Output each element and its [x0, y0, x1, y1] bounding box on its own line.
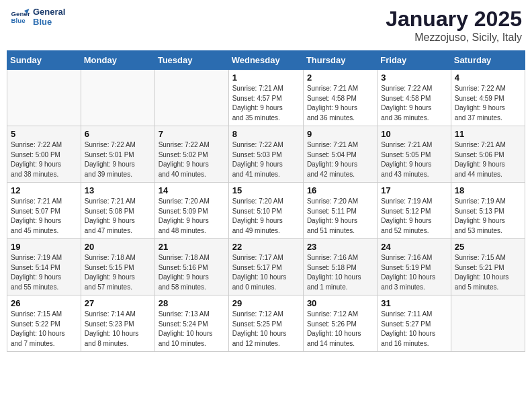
day-info: Sunrise: 7:22 AM Sunset: 4:59 PM Dayligh… [455, 84, 521, 123]
calendar-header-row: SundayMondayTuesdayWednesdayThursdayFrid… [7, 51, 525, 70]
day-info: Sunrise: 7:20 AM Sunset: 5:11 PM Dayligh… [307, 197, 373, 236]
calendar-day-cell: 13Sunrise: 7:21 AM Sunset: 5:08 PM Dayli… [81, 183, 154, 239]
day-of-week-header: Thursday [303, 51, 377, 70]
day-info: Sunrise: 7:15 AM Sunset: 5:22 PM Dayligh… [11, 310, 77, 349]
calendar-day-cell: 6Sunrise: 7:22 AM Sunset: 5:01 PM Daylig… [81, 126, 154, 183]
calendar-week-row: 26Sunrise: 7:15 AM Sunset: 5:22 PM Dayli… [7, 295, 525, 352]
day-info: Sunrise: 7:22 AM Sunset: 5:01 PM Dayligh… [85, 140, 151, 179]
calendar-day-cell: 25Sunrise: 7:15 AM Sunset: 5:21 PM Dayli… [451, 239, 525, 295]
calendar-day-cell: 30Sunrise: 7:12 AM Sunset: 5:26 PM Dayli… [303, 295, 377, 352]
day-number: 27 [85, 298, 151, 308]
calendar-day-cell: 26Sunrise: 7:15 AM Sunset: 5:22 PM Dayli… [7, 295, 81, 352]
day-info: Sunrise: 7:12 AM Sunset: 5:25 PM Dayligh… [232, 310, 300, 349]
calendar-day-cell: 28Sunrise: 7:13 AM Sunset: 5:24 PM Dayli… [154, 295, 228, 352]
day-number: 18 [455, 185, 521, 195]
calendar-day-cell: 18Sunrise: 7:19 AM Sunset: 5:13 PM Dayli… [451, 183, 525, 239]
day-number: 13 [85, 185, 151, 195]
day-number: 26 [11, 298, 77, 308]
day-number: 6 [85, 129, 151, 139]
day-of-week-header: Friday [378, 51, 451, 70]
day-number: 25 [455, 242, 521, 252]
day-of-week-header: Monday [81, 51, 154, 70]
calendar-day-cell: 1Sunrise: 7:21 AM Sunset: 4:57 PM Daylig… [228, 70, 303, 126]
calendar-day-cell: 29Sunrise: 7:12 AM Sunset: 5:25 PM Dayli… [228, 295, 303, 352]
day-number: 10 [381, 129, 447, 139]
day-number: 1 [232, 73, 300, 83]
day-number: 11 [455, 129, 521, 139]
calendar-day-cell: 20Sunrise: 7:18 AM Sunset: 5:15 PM Dayli… [81, 239, 154, 295]
calendar-day-cell: 31Sunrise: 7:11 AM Sunset: 5:27 PM Dayli… [378, 295, 451, 352]
day-of-week-header: Saturday [451, 51, 525, 70]
day-of-week-header: Sunday [7, 51, 81, 70]
calendar-day-cell: 7Sunrise: 7:22 AM Sunset: 5:02 PM Daylig… [154, 126, 228, 183]
day-info: Sunrise: 7:13 AM Sunset: 5:24 PM Dayligh… [159, 310, 225, 349]
page-header: General Blue General Blue January 2025 M… [7, 7, 525, 44]
day-info: Sunrise: 7:21 AM Sunset: 4:57 PM Dayligh… [232, 84, 300, 123]
calendar-day-cell: 16Sunrise: 7:20 AM Sunset: 5:11 PM Dayli… [303, 183, 377, 239]
calendar-week-row: 5Sunrise: 7:22 AM Sunset: 5:00 PM Daylig… [7, 126, 525, 183]
day-number: 3 [381, 73, 447, 83]
day-number: 31 [381, 298, 447, 308]
day-info: Sunrise: 7:20 AM Sunset: 5:09 PM Dayligh… [159, 197, 225, 236]
day-number: 21 [159, 242, 225, 252]
calendar-day-cell: 11Sunrise: 7:21 AM Sunset: 5:06 PM Dayli… [451, 126, 525, 183]
day-info: Sunrise: 7:16 AM Sunset: 5:18 PM Dayligh… [307, 253, 373, 292]
calendar-day-cell: 4Sunrise: 7:22 AM Sunset: 4:59 PM Daylig… [451, 70, 525, 126]
day-info: Sunrise: 7:15 AM Sunset: 5:21 PM Dayligh… [455, 253, 521, 292]
calendar-day-cell: 23Sunrise: 7:16 AM Sunset: 5:18 PM Dayli… [303, 239, 377, 295]
day-info: Sunrise: 7:22 AM Sunset: 5:00 PM Dayligh… [11, 140, 77, 179]
calendar-day-cell: 21Sunrise: 7:18 AM Sunset: 5:16 PM Dayli… [154, 239, 228, 295]
calendar-week-row: 1Sunrise: 7:21 AM Sunset: 4:57 PM Daylig… [7, 70, 525, 126]
day-of-week-header: Wednesday [228, 51, 303, 70]
month-year-title: January 2025 [386, 7, 522, 32]
day-info: Sunrise: 7:21 AM Sunset: 5:08 PM Dayligh… [85, 197, 151, 236]
calendar-day-cell: 5Sunrise: 7:22 AM Sunset: 5:00 PM Daylig… [7, 126, 81, 183]
calendar-day-cell: 10Sunrise: 7:21 AM Sunset: 5:05 PM Dayli… [378, 126, 451, 183]
day-info: Sunrise: 7:21 AM Sunset: 5:04 PM Dayligh… [307, 140, 373, 179]
day-number: 17 [381, 185, 447, 195]
calendar-day-cell: 17Sunrise: 7:19 AM Sunset: 5:12 PM Dayli… [378, 183, 451, 239]
day-of-week-header: Tuesday [154, 51, 228, 70]
logo: General Blue General Blue [10, 7, 65, 27]
day-info: Sunrise: 7:11 AM Sunset: 5:27 PM Dayligh… [381, 310, 447, 349]
day-number: 14 [159, 185, 225, 195]
day-info: Sunrise: 7:21 AM Sunset: 4:58 PM Dayligh… [307, 84, 373, 123]
logo-line1: General [33, 7, 65, 17]
day-number: 15 [232, 185, 300, 195]
day-number: 16 [307, 185, 373, 195]
calendar-day-cell [7, 70, 81, 126]
logo-line2: Blue [33, 17, 65, 27]
day-info: Sunrise: 7:21 AM Sunset: 5:05 PM Dayligh… [381, 140, 447, 179]
day-number: 12 [11, 185, 77, 195]
location-subtitle: Mezzojuso, Sicily, Italy [386, 32, 522, 44]
calendar-day-cell: 12Sunrise: 7:21 AM Sunset: 5:07 PM Dayli… [7, 183, 81, 239]
day-number: 19 [11, 242, 77, 252]
day-info: Sunrise: 7:14 AM Sunset: 5:23 PM Dayligh… [85, 310, 151, 349]
calendar-day-cell: 14Sunrise: 7:20 AM Sunset: 5:09 PM Dayli… [154, 183, 228, 239]
day-info: Sunrise: 7:21 AM Sunset: 5:06 PM Dayligh… [455, 140, 521, 179]
calendar-day-cell: 24Sunrise: 7:16 AM Sunset: 5:19 PM Dayli… [378, 239, 451, 295]
calendar-day-cell: 15Sunrise: 7:20 AM Sunset: 5:10 PM Dayli… [228, 183, 303, 239]
day-number: 30 [307, 298, 373, 308]
calendar-day-cell: 22Sunrise: 7:17 AM Sunset: 5:17 PM Dayli… [228, 239, 303, 295]
day-info: Sunrise: 7:18 AM Sunset: 5:15 PM Dayligh… [85, 253, 151, 292]
day-number: 24 [381, 242, 447, 252]
day-info: Sunrise: 7:22 AM Sunset: 4:58 PM Dayligh… [381, 84, 447, 123]
day-number: 5 [11, 129, 77, 139]
day-number: 4 [455, 73, 521, 83]
day-info: Sunrise: 7:17 AM Sunset: 5:17 PM Dayligh… [232, 253, 300, 292]
calendar-day-cell [81, 70, 154, 126]
day-number: 20 [85, 242, 151, 252]
calendar-day-cell: 8Sunrise: 7:22 AM Sunset: 5:03 PM Daylig… [228, 126, 303, 183]
calendar-day-cell: 27Sunrise: 7:14 AM Sunset: 5:23 PM Dayli… [81, 295, 154, 352]
day-number: 29 [232, 298, 300, 308]
calendar-day-cell: 9Sunrise: 7:21 AM Sunset: 5:04 PM Daylig… [303, 126, 377, 183]
calendar-week-row: 19Sunrise: 7:19 AM Sunset: 5:14 PM Dayli… [7, 239, 525, 295]
day-info: Sunrise: 7:20 AM Sunset: 5:10 PM Dayligh… [232, 197, 300, 236]
day-info: Sunrise: 7:22 AM Sunset: 5:03 PM Dayligh… [232, 140, 300, 179]
day-number: 2 [307, 73, 373, 83]
calendar-table: SundayMondayTuesdayWednesdayThursdayFrid… [7, 50, 525, 352]
day-info: Sunrise: 7:18 AM Sunset: 5:16 PM Dayligh… [159, 253, 225, 292]
day-info: Sunrise: 7:22 AM Sunset: 5:02 PM Dayligh… [159, 140, 225, 179]
day-info: Sunrise: 7:19 AM Sunset: 5:14 PM Dayligh… [11, 253, 77, 292]
